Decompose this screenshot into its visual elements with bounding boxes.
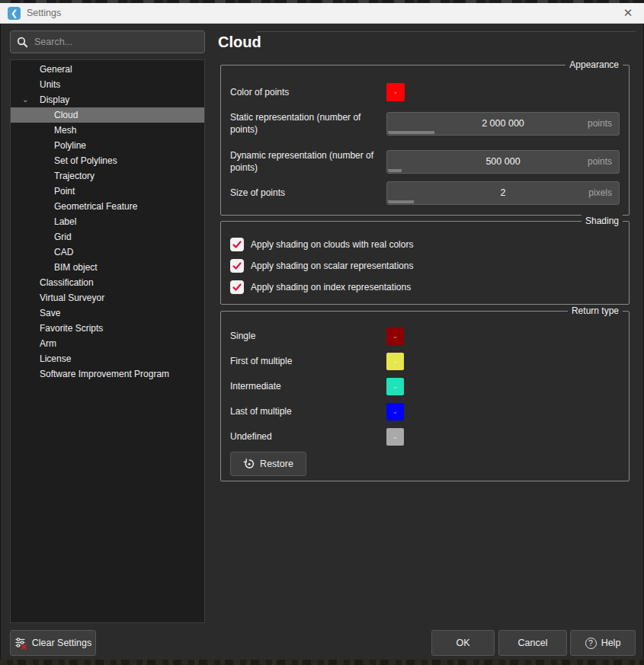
ok-label: OK bbox=[456, 638, 469, 648]
window-title: Settings bbox=[27, 8, 61, 18]
color-picker-last-of-multiple[interactable]: ⌄ bbox=[386, 403, 404, 420]
ok-button[interactable]: OK bbox=[431, 630, 495, 656]
sidebar-item-label: License bbox=[40, 353, 71, 364]
slider-value: 2 bbox=[387, 182, 619, 204]
sidebar-item-save[interactable]: Save bbox=[11, 305, 204, 321]
slider-input-dynamic-representation-number-of-points[interactable]: 500 000points bbox=[386, 150, 620, 174]
return-type-label: Intermediate bbox=[230, 380, 386, 392]
sidebar-item-display[interactable]: ⌄Display bbox=[11, 92, 204, 107]
help-button[interactable]: ? Help bbox=[570, 630, 636, 656]
setting-label: Size of points bbox=[230, 187, 386, 199]
restore-button[interactable]: Restore bbox=[230, 452, 306, 476]
slider-fill bbox=[388, 131, 434, 134]
group-appearance-legend: Appearance bbox=[566, 59, 623, 72]
desktop-strip-bottom bbox=[0, 660, 644, 665]
color-picker-single[interactable]: ⌄ bbox=[386, 328, 404, 345]
sidebar-item-label: Trajectory bbox=[54, 171, 95, 181]
checkbox-label: Apply shading on index representations bbox=[251, 282, 411, 293]
sidebar-item-label: Classification bbox=[40, 277, 94, 288]
return-type-row-single: Single⌄ bbox=[230, 328, 620, 345]
chevron-down-icon: ⌄ bbox=[386, 408, 404, 414]
return-type-row-intermediate: Intermediate⌄ bbox=[230, 378, 620, 395]
close-icon[interactable]: ✕ bbox=[620, 6, 636, 20]
checkbox-apply-shading-on-clouds-with-real-colors[interactable] bbox=[230, 238, 244, 251]
slider-unit: points bbox=[588, 151, 612, 173]
group-shading-legend: Shading bbox=[582, 215, 623, 228]
checkmark-icon bbox=[232, 282, 242, 293]
slider-unit: points bbox=[588, 113, 612, 135]
sidebar-item-geometrical-feature[interactable]: Geometrical Feature bbox=[11, 199, 204, 214]
sidebar-item-mesh[interactable]: Mesh bbox=[11, 123, 204, 138]
group-return-type: Return type Single⌄First of multiple⌄Int… bbox=[220, 311, 630, 481]
return-type-row-undefined: Undefined⌄ bbox=[230, 428, 620, 446]
return-type-row-last-of-multiple: Last of multiple⌄ bbox=[230, 403, 620, 420]
search-box bbox=[10, 30, 205, 53]
color-of-points-label: Color of points bbox=[230, 86, 386, 98]
setting-row-static-representation-number-of-points: Static representation (number of points)… bbox=[230, 110, 620, 136]
color-picker-intermediate[interactable]: ⌄ bbox=[386, 378, 404, 395]
cancel-button[interactable]: Cancel bbox=[498, 630, 567, 656]
restore-icon bbox=[243, 458, 255, 470]
screen: ❮ Settings ✕ GeneralUnits⌄DisplayCloudMe… bbox=[0, 0, 644, 665]
help-icon: ? bbox=[585, 638, 597, 649]
color-of-points-picker[interactable]: ⌄ bbox=[386, 83, 405, 101]
sidebar-item-label: Units bbox=[40, 79, 60, 90]
sidebar-item-set-of-polylines[interactable]: Set of Polylines bbox=[11, 153, 204, 168]
group-return-type-legend: Return type bbox=[568, 305, 623, 318]
return-type-label: Undefined bbox=[230, 430, 386, 443]
sidebar-item-point[interactable]: Point bbox=[11, 184, 204, 199]
sidebar-item-grid[interactable]: Grid bbox=[11, 229, 204, 245]
sidebar-item-bim-object[interactable]: BIM object bbox=[11, 260, 204, 275]
sidebar-item-label[interactable]: Label bbox=[11, 214, 204, 229]
chevron-down-icon: ⌄ bbox=[386, 332, 404, 339]
chevron-down-icon[interactable]: ⌄ bbox=[22, 92, 33, 107]
return-type-row-first-of-multiple: First of multiple⌄ bbox=[230, 353, 620, 370]
checkmark-icon bbox=[232, 239, 242, 250]
chevron-down-icon: ⌄ bbox=[386, 88, 405, 95]
chevron-down-icon: ⌄ bbox=[386, 382, 404, 389]
clear-settings-icon bbox=[14, 637, 27, 650]
sidebar-item-trajectory[interactable]: Trajectory bbox=[11, 168, 204, 184]
slider-unit: pixels bbox=[588, 182, 612, 204]
sidebar-item-favorite-scripts[interactable]: Favorite Scripts bbox=[11, 321, 204, 336]
search-input[interactable] bbox=[34, 37, 198, 47]
sidebar-item-label: Set of Polylines bbox=[54, 155, 117, 166]
restore-label: Restore bbox=[260, 459, 293, 469]
cancel-label: Cancel bbox=[518, 638, 548, 648]
setting-label: Static representation (number of points) bbox=[230, 111, 386, 136]
sidebar-item-cad[interactable]: CAD bbox=[11, 245, 204, 260]
slider-value: 500 000 bbox=[387, 151, 619, 173]
slider-input-size-of-points[interactable]: 2pixels bbox=[386, 181, 620, 205]
sidebar-item-virtual-surveyor[interactable]: Virtual Surveyor bbox=[11, 290, 204, 305]
setting-row-dynamic-representation-number-of-points: Dynamic representation (number of points… bbox=[230, 149, 620, 174]
sidebar-item-general[interactable]: General bbox=[11, 62, 204, 77]
slider-fill bbox=[388, 169, 402, 172]
slider-input-static-representation-number-of-points[interactable]: 2 000 000points bbox=[386, 112, 620, 136]
clear-settings-button[interactable]: Clear Settings bbox=[10, 630, 96, 656]
sidebar-item-software-improvement-program[interactable]: Software Improvement Program bbox=[11, 366, 204, 382]
app-logo-icon: ❮ bbox=[8, 7, 21, 20]
sidebar-item-label: Favorite Scripts bbox=[40, 323, 103, 334]
sidebar-item-label: Grid bbox=[54, 232, 72, 242]
chevron-down-icon: ⌄ bbox=[386, 357, 404, 364]
sidebar-item-label: Virtual Surveyor bbox=[40, 293, 104, 303]
checkmark-icon bbox=[232, 261, 242, 271]
checkbox-apply-shading-on-index-representations[interactable] bbox=[230, 280, 244, 294]
checkbox-row-apply-shading-on-clouds-with-real-colors: Apply shading on clouds with real colors bbox=[230, 238, 413, 251]
sidebar-item-classification[interactable]: Classification bbox=[11, 275, 204, 290]
settings-dialog: GeneralUnits⌄DisplayCloudMeshPolylineSet… bbox=[0, 24, 644, 660]
sidebar-item-units[interactable]: Units bbox=[11, 77, 204, 92]
return-type-label: First of multiple bbox=[230, 355, 386, 367]
sidebar-item-cloud[interactable]: Cloud bbox=[11, 107, 204, 123]
sidebar-item-label: Point bbox=[54, 186, 75, 197]
sidebar-item-license[interactable]: License bbox=[11, 351, 204, 366]
group-appearance: Appearance Color of points ⌄ Static repr… bbox=[220, 65, 630, 216]
sidebar-item-polyline[interactable]: Polyline bbox=[11, 138, 204, 153]
color-picker-undefined[interactable]: ⌄ bbox=[386, 428, 404, 446]
setting-label: Dynamic representation (number of points… bbox=[230, 149, 386, 174]
sidebar-item-arm[interactable]: Arm bbox=[11, 336, 204, 351]
color-picker-first-of-multiple[interactable]: ⌄ bbox=[386, 353, 404, 370]
checkbox-apply-shading-on-scalar-representations[interactable] bbox=[230, 259, 244, 273]
sidebar-item-label: Label bbox=[54, 216, 76, 227]
checkbox-label: Apply shading on scalar representations bbox=[251, 261, 413, 271]
